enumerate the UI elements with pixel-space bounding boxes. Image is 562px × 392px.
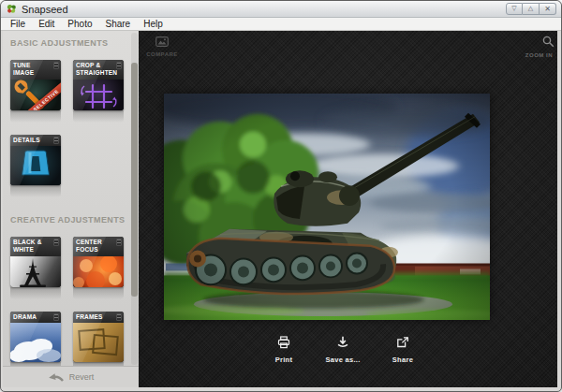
tile-header: CENTER FOCUS — [73, 237, 124, 256]
magnifier-icon — [542, 36, 555, 48]
menu-photo[interactable]: Photo — [61, 18, 98, 30]
grip-icon — [116, 313, 122, 321]
close-button[interactable]: ✕ — [540, 3, 556, 15]
tile-center-focus[interactable]: CENTER FOCUS — [73, 237, 124, 287]
tile-details[interactable]: DETAILS — [10, 135, 61, 185]
tile-crop-straighten[interactable]: CROP & STRAIGHTEN — [73, 60, 124, 110]
minimize-button[interactable]: ▽ — [506, 3, 523, 15]
image-icon — [155, 36, 169, 47]
window-title: Snapseed — [22, 1, 68, 18]
section-basic-adjustments: BASIC ADJUSTMENTS — [10, 38, 108, 48]
tile-label: CENTER FOCUS — [76, 239, 115, 254]
revert-label: Revert — [69, 372, 95, 382]
tile-black-white[interactable]: BLACK & WHITE — [10, 237, 61, 287]
window-controls: ▽ △ ✕ — [506, 3, 556, 15]
compare-button[interactable]: COMPARE — [141, 34, 183, 57]
photo-canvas — [164, 94, 490, 320]
save-icon — [336, 336, 349, 349]
tile-reflection — [73, 110, 124, 123]
tile-drama[interactable]: DRAMA — [10, 312, 61, 362]
share-label: Share — [375, 356, 431, 364]
snapseed-logo-icon — [7, 4, 17, 14]
tile-header: FRAMES — [73, 312, 124, 323]
zoom-in-label: ZOOM IN — [511, 52, 555, 58]
storm-cloud-icon — [10, 323, 61, 362]
tile-reflection — [10, 110, 61, 123]
filters-sidebar: BASIC ADJUSTMENTS TUNE IMAGE SELEC — [3, 31, 139, 387]
grip-icon — [53, 313, 59, 321]
paper-frames-icon — [73, 323, 124, 362]
tile-label: DETAILS — [13, 137, 52, 144]
scrollbar-thumb[interactable] — [131, 63, 138, 297]
menu-file[interactable]: File — [4, 18, 32, 30]
revert-button[interactable]: Revert — [3, 366, 139, 387]
grip-icon — [116, 239, 122, 246]
tile-header: TUNE IMAGE — [10, 60, 61, 80]
tile-tune-image[interactable]: TUNE IMAGE SELECTIVE — [10, 60, 61, 110]
tile-label: TUNE IMAGE — [13, 62, 52, 78]
snapseed-window: Snapseed ▽ △ ✕ File Edit Photo Share Hel… — [0, 0, 562, 392]
menu-edit[interactable]: Edit — [32, 18, 61, 30]
title-bar: Snapseed ▽ △ ✕ — [1, 1, 561, 18]
sidebar-scrollbar[interactable] — [131, 33, 138, 365]
tile-label: DRAMA — [13, 313, 52, 321]
menu-share[interactable]: Share — [99, 18, 138, 30]
print-label: Print — [256, 356, 312, 364]
tile-reflection — [73, 287, 124, 299]
tile-frames[interactable]: FRAMES — [73, 312, 124, 362]
grip-icon — [53, 62, 59, 69]
tile-reflection — [10, 185, 61, 197]
eiffel-tower-icon — [10, 256, 61, 287]
tile-header: DRAMA — [10, 312, 61, 323]
tile-header: DETAILS — [10, 135, 61, 146]
crop-icon — [73, 80, 124, 110]
grip-icon — [53, 137, 59, 144]
wrench-icon: SELECTIVE — [10, 80, 61, 110]
snapseed-app: Snapseed ▽ △ ✕ File Edit Photo Share Hel… — [0, 0, 562, 392]
compare-label: COMPARE — [141, 51, 183, 57]
undo-arrow-icon — [48, 372, 64, 383]
sharpener-icon — [10, 146, 61, 185]
section-creative-adjustments: CREATIVE ADJUSTMENTS — [10, 215, 126, 225]
zoom-in-button[interactable]: ZOOM IN — [511, 35, 555, 58]
tile-label: BLACK & WHITE — [13, 239, 52, 254]
grip-icon — [116, 62, 122, 69]
bokeh-icon — [73, 256, 124, 287]
tile-header: CROP & STRAIGHTEN — [73, 60, 124, 80]
grip-icon — [53, 239, 59, 246]
tile-reflection — [10, 287, 61, 299]
tile-label: FRAMES — [76, 313, 115, 321]
print-button[interactable]: Print — [256, 336, 312, 364]
share-icon — [396, 336, 409, 349]
save-as-label: Save as... — [315, 356, 371, 364]
menu-bar: File Edit Photo Share Help — [1, 18, 561, 31]
tile-header: BLACK & WHITE — [10, 237, 61, 256]
tile-label: CROP & STRAIGHTEN — [76, 62, 115, 78]
menu-help[interactable]: Help — [137, 18, 170, 30]
maximize-button[interactable]: △ — [523, 3, 540, 15]
share-button[interactable]: Share — [375, 336, 431, 364]
editing-canvas: COMPARE ZOOM IN — [139, 31, 557, 387]
save-as-button[interactable]: Save as... — [315, 336, 371, 364]
printer-icon — [277, 336, 290, 349]
